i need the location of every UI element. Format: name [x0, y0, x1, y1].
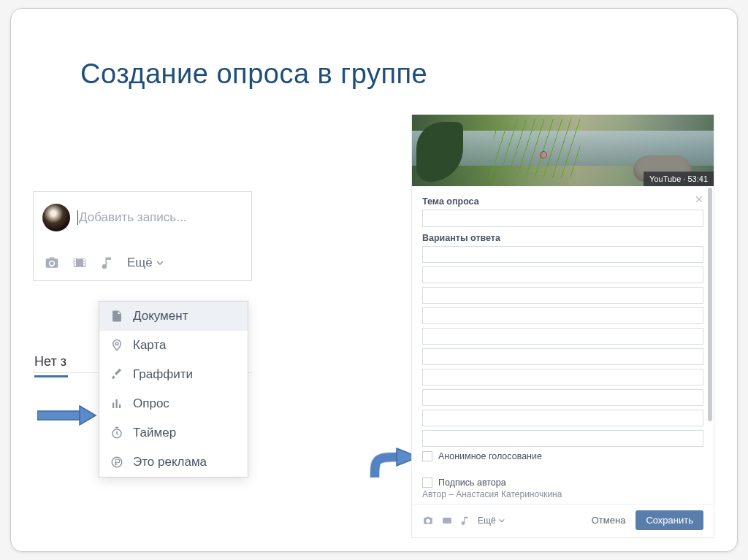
- attach-row: Ещё: [34, 248, 251, 280]
- svg-rect-10: [119, 404, 121, 408]
- scrollbar[interactable]: [708, 188, 712, 421]
- poll-editor-panel: YouTube · 53:41 ✕ Тема опроса Варианты о…: [411, 115, 714, 538]
- checkbox-icon[interactable]: [422, 451, 432, 461]
- svg-rect-9: [116, 399, 118, 408]
- answer-options: [422, 246, 703, 447]
- music-icon[interactable]: [460, 515, 470, 526]
- svg-rect-8: [112, 403, 114, 409]
- attached-video-cover[interactable]: YouTube · 53:41: [412, 115, 714, 186]
- answer-option-input[interactable]: [422, 369, 703, 386]
- no-posts-label: Нет з: [34, 354, 68, 377]
- camera-icon[interactable]: [422, 515, 434, 526]
- slide-frame: Создание опроса в группе Добавить запись…: [10, 8, 738, 552]
- dropdown-item-label: Граффити: [133, 367, 193, 382]
- brush-icon: [110, 367, 124, 382]
- compose-input[interactable]: Добавить запись...: [79, 210, 186, 225]
- record-indicator-icon: [540, 151, 547, 158]
- author-line: Автор – Анастасия Катериночкина: [422, 489, 703, 499]
- video-icon[interactable]: [72, 256, 88, 270]
- video-icon[interactable]: [441, 515, 453, 526]
- answer-option-input[interactable]: [422, 307, 703, 324]
- footer-more-label: Ещё: [478, 515, 496, 526]
- answer-option-input[interactable]: [422, 287, 703, 304]
- more-label-text: Ещё: [127, 256, 153, 270]
- video-source-badge: YouTube · 53:41: [644, 172, 714, 186]
- ruble-icon: [110, 455, 124, 469]
- answer-option-input[interactable]: [422, 430, 703, 447]
- poll-icon: [110, 396, 124, 411]
- svg-rect-6: [83, 264, 85, 266]
- post-composer: Добавить запись... Ещё: [33, 191, 252, 281]
- svg-rect-4: [83, 259, 85, 261]
- dropdown-item-ad[interactable]: Это реклама: [99, 448, 248, 477]
- svg-rect-16: [443, 517, 451, 523]
- answer-option-input[interactable]: [422, 410, 703, 426]
- answer-option-input[interactable]: [422, 266, 703, 283]
- dropdown-item-label: Это реклама: [133, 455, 207, 469]
- editor-footer: Ещё Отмена Сохранить: [412, 504, 714, 537]
- more-dropdown-trigger[interactable]: Ещё: [127, 256, 164, 270]
- dropdown-item-map[interactable]: Карта: [99, 331, 248, 360]
- answer-option-input[interactable]: [422, 328, 703, 345]
- author-sign-row[interactable]: Подпись автора: [422, 477, 703, 488]
- svg-point-7: [115, 342, 118, 345]
- svg-rect-13: [37, 411, 80, 420]
- answers-label: Варианты ответа: [422, 233, 703, 243]
- dropdown-item-graffiti[interactable]: Граффити: [99, 360, 248, 389]
- answer-option-input[interactable]: [422, 246, 703, 263]
- anonymous-row[interactable]: Анонимное голосование: [422, 451, 703, 461]
- checkbox-icon[interactable]: [422, 477, 432, 488]
- close-icon[interactable]: ✕: [695, 193, 703, 205]
- svg-rect-2: [75, 261, 77, 264]
- poll-subject-input[interactable]: [422, 210, 703, 227]
- dropdown-item-poll[interactable]: Опрос: [99, 389, 248, 418]
- map-pin-icon: [110, 338, 124, 353]
- svg-marker-14: [80, 406, 96, 425]
- document-icon: [110, 309, 124, 323]
- avatar: [42, 204, 70, 231]
- dropdown-item-timer[interactable]: Таймер: [99, 418, 248, 448]
- timer-icon: [110, 426, 124, 440]
- dropdown-item-label: Карта: [133, 338, 167, 353]
- slide-title: Создание опроса в группе: [80, 58, 427, 90]
- camera-icon[interactable]: [44, 256, 60, 270]
- svg-rect-1: [75, 259, 77, 261]
- svg-rect-5: [83, 261, 85, 264]
- music-icon[interactable]: [99, 256, 115, 270]
- svg-point-12: [112, 457, 122, 467]
- save-button[interactable]: Сохранить: [636, 510, 703, 530]
- pointer-arrow-left: [37, 404, 97, 426]
- dropdown-item-label: Опрос: [133, 396, 169, 411]
- footer-more-trigger[interactable]: Ещё: [478, 515, 505, 526]
- poll-subject-label: Тема опроса: [422, 196, 703, 207]
- anonymous-label: Анонимное голосование: [438, 451, 542, 461]
- dropdown-item-document[interactable]: Документ: [99, 302, 248, 331]
- dropdown-item-label: Таймер: [133, 426, 176, 440]
- dropdown-item-label: Документ: [133, 309, 188, 323]
- chevron-down-icon: [498, 517, 505, 524]
- answer-option-input[interactable]: [422, 348, 703, 365]
- attach-dropdown: Документ Карта Граффити Опрос Таймер: [99, 301, 248, 477]
- chevron-down-icon: [156, 258, 164, 267]
- svg-rect-3: [75, 264, 77, 266]
- author-sign-label: Подпись автора: [438, 477, 506, 488]
- cancel-button[interactable]: Отмена: [592, 515, 626, 526]
- answer-option-input[interactable]: [422, 389, 703, 406]
